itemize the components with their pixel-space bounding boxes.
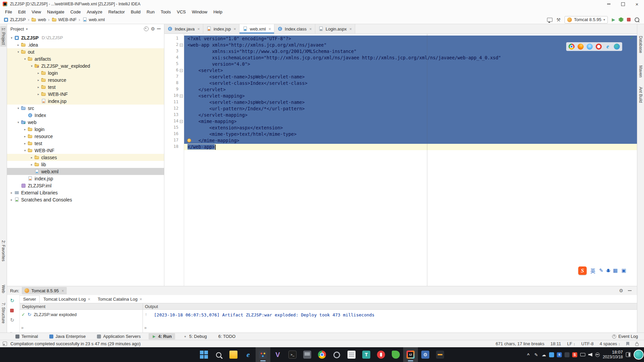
tree-item-resource[interactable]: ▸resource <box>7 76 164 83</box>
code-line-6[interactable]: <servlet> <box>184 67 637 74</box>
tree-item-classes[interactable]: ▸classes <box>7 154 164 161</box>
chevron-down-icon[interactable]: ▾ <box>16 107 21 110</box>
close-icon[interactable]: × <box>350 26 352 32</box>
taskbar-visual-studio[interactable]: V <box>270 347 285 362</box>
event-log-button[interactable]: Event Log <box>612 334 644 339</box>
menu-edit[interactable]: Edit <box>15 9 29 14</box>
chrome-browser-icon[interactable] <box>569 44 575 50</box>
tree-item-index-jsp[interactable]: index.jsp <box>7 175 164 182</box>
tree-item-login[interactable]: ▸login <box>7 69 164 76</box>
code-line-9[interactable]: </servlet> <box>184 86 637 93</box>
code-line-18[interactable]: </web-app> <box>184 144 637 150</box>
tool-button-database[interactable]: Database <box>638 34 644 55</box>
chevron-right-icon[interactable]: ▸ <box>36 71 41 75</box>
tree-item-resource[interactable]: ▸resource <box>7 133 164 140</box>
code-area[interactable]: 123456789101112131415161718 −−−− <?xml v… <box>164 34 637 286</box>
notification-center-icon[interactable] <box>626 352 631 357</box>
fold-icon[interactable]: − <box>180 120 183 123</box>
menu-window[interactable]: Window <box>189 9 210 14</box>
build-hammer-icon[interactable]: ⚒ <box>556 17 561 22</box>
code-line-13[interactable]: </servlet-mapping> <box>184 112 637 118</box>
fold-icon[interactable]: − <box>180 44 183 47</box>
debug-button[interactable] <box>619 17 623 22</box>
taskbar-music-app[interactable] <box>374 347 388 362</box>
taskbar-dark-tool[interactable] <box>433 347 447 362</box>
taskbar-screenshot-tool[interactable] <box>256 347 270 362</box>
open-in-browser-icon[interactable] <box>547 18 552 22</box>
chevron-right-icon[interactable]: ▸ <box>22 128 28 131</box>
chevron-right-icon[interactable]: ▸ <box>36 93 41 96</box>
chevron-down-icon[interactable]: ▾ <box>22 149 28 152</box>
intention-bulb-icon[interactable] <box>187 138 191 142</box>
taskbar-chrome[interactable] <box>315 347 329 362</box>
tree-item-scratches-and-consoles[interactable]: ▸Scratches and Consoles <box>7 196 164 203</box>
tree-item-web-inf[interactable]: ▸WEB-INF <box>7 90 164 98</box>
code-line-16[interactable]: <mime-type>text/html</mime-type> <box>184 131 637 137</box>
taskbar-search[interactable] <box>211 347 226 362</box>
taskbar-terminal[interactable]: >_ <box>285 347 300 362</box>
editor-tab-login-aspx[interactable]: Login.aspx× <box>315 24 355 34</box>
sogou-logo-icon[interactable]: S <box>578 266 587 275</box>
tool-button-2-favorites[interactable]: 2: Favorites <box>0 239 6 263</box>
taskbar-edge-browser[interactable]: e <box>241 347 256 362</box>
ie-browser-icon[interactable]: e <box>605 44 611 50</box>
more-chevron-icon[interactable]: » <box>144 325 147 330</box>
tree-item-zlzjsp-iml[interactable]: ZLZJSP.iml <box>7 182 164 189</box>
code-line-15[interactable]: <extension>aspx</extension> <box>184 125 637 131</box>
tree-item-web[interactable]: ▾web <box>7 119 164 126</box>
menu-help[interactable]: Help <box>210 9 225 14</box>
run-tab-tomcat-catalina-log[interactable]: Tomcat Catalina Log× <box>94 295 146 303</box>
chevron-down-icon[interactable]: ▾ <box>26 27 28 31</box>
tool-tab-application-servers[interactable]: Application Servers <box>94 333 144 340</box>
tray-pen-icon[interactable]: ✎ <box>534 352 539 357</box>
handwriting-icon[interactable]: ✎ <box>599 267 603 274</box>
chevron-down-icon[interactable]: ▾ <box>29 64 34 68</box>
tool-button-1-project[interactable]: 1: Project <box>0 26 6 47</box>
chevron-right-icon[interactable]: ▸ <box>16 43 21 47</box>
inspections-ok-icon[interactable]: ✓ <box>630 35 634 40</box>
taskbar-clock[interactable]: 18:07 2023/10/18 <box>603 350 623 360</box>
search-everywhere-icon[interactable] <box>635 17 639 22</box>
code-line-7[interactable]: <servlet-name>JspWeb</servlet-name> <box>184 74 637 80</box>
chevron-right-icon[interactable]: ▸ <box>22 142 28 145</box>
close-icon[interactable]: × <box>140 297 142 302</box>
taskbar-file-explorer[interactable] <box>226 347 241 362</box>
tool-tab-terminal[interactable]: Terminal <box>12 333 41 340</box>
indent-select[interactable]: 4 spaces ↕ <box>600 341 620 346</box>
run-tab-server[interactable]: Server <box>19 295 40 303</box>
tree-item-index[interactable]: Index <box>7 112 164 119</box>
tree-item-zlzjsp-war-exploded[interactable]: ▾ZLZJSP_war_exploded <box>7 62 164 69</box>
menu-refactor[interactable]: Refactor <box>105 9 128 14</box>
chevron-right-icon[interactable]: ▸ <box>22 135 28 138</box>
code-line-1[interactable]: <?xml version="1.0" encoding="UTF-8"?> <box>184 36 637 42</box>
editor-tab-web-xml[interactable]: web.xml× <box>239 24 274 34</box>
tree-item-artifacts[interactable]: ▾artifacts <box>7 55 164 62</box>
tool-tab-4-run[interactable]: ▶4: Run <box>149 333 175 340</box>
chevron-down-icon[interactable]: ▾ <box>9 36 14 40</box>
chevron-right-icon[interactable]: ▸ <box>29 156 34 159</box>
tool-button-maven[interactable]: Maven <box>638 64 644 79</box>
tool-button-ant-build[interactable]: Ant Build <box>638 85 644 105</box>
tool-window-toggle-icon[interactable] <box>3 342 7 346</box>
tree-item-idea[interactable]: ▸.idea <box>7 41 164 48</box>
run-config-tab[interactable]: Tomcat 8.5.95 × <box>22 287 66 294</box>
menu-build[interactable]: Build <box>128 9 144 14</box>
caret-position[interactable]: 18:11 <box>550 341 561 346</box>
code-line-12[interactable]: <url-pattern>/Index/*</url-pattern> <box>184 106 637 112</box>
opera-browser-icon[interactable] <box>596 44 602 50</box>
chevron-down-icon[interactable]: ▾ <box>22 57 28 61</box>
tree-item-web-inf[interactable]: ▾WEB-INF <box>7 147 164 154</box>
stop-button[interactable] <box>627 18 631 21</box>
line-ending-select[interactable]: LF ↕ <box>567 341 575 346</box>
menu-navigate[interactable]: Navigate <box>44 9 67 14</box>
close-icon[interactable]: × <box>268 26 271 32</box>
more-chevron-icon[interactable]: » <box>21 325 23 330</box>
rerun-button[interactable]: ↻ <box>10 298 14 304</box>
code-line-11[interactable]: <servlet-name>JspWeb</servlet-name> <box>184 99 637 106</box>
menu-tools[interactable]: Tools <box>158 9 174 14</box>
code-line-5[interactable]: version="4.0"> <box>184 61 637 67</box>
tray-sogou-blue-icon[interactable]: S <box>557 352 562 357</box>
write-lock-icon[interactable] <box>635 343 639 346</box>
locate-file-icon[interactable] <box>144 26 149 31</box>
editor-tab-index-java[interactable]: Index.java× <box>164 24 203 34</box>
